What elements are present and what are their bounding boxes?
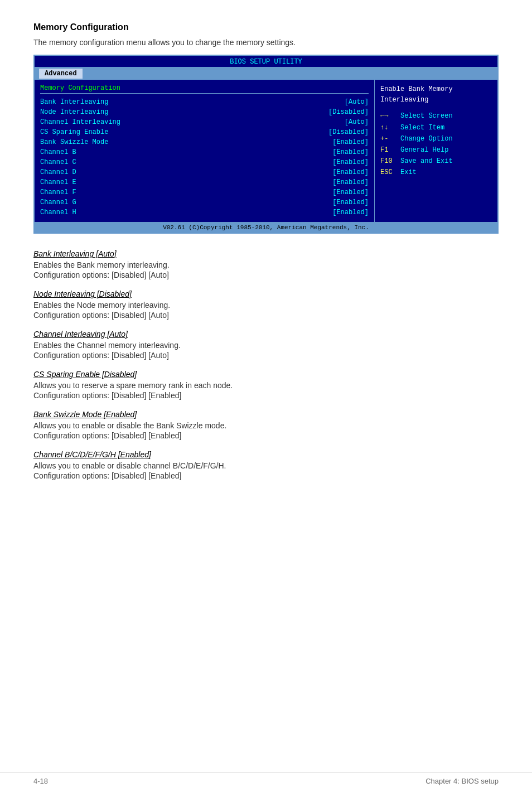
bios-title-text: BIOS SETUP UTILITY [230, 58, 302, 66]
bios-key-legend: ←→Select Screen↑↓Select Item+-Change Opt… [380, 111, 492, 178]
bios-section-header: Memory Configuration [40, 84, 369, 94]
doc-item-desc: Allows you to reserve a spare memory ran… [33, 381, 499, 390]
bios-right-panel: Enable Bank Memory Interleaving ←→Select… [375, 80, 497, 222]
doc-section: Channel B/C/D/E/F/G/H [Enabled]Allows yo… [33, 450, 499, 480]
doc-item-options: Configuration options: [Disabled] [Auto] [33, 351, 499, 360]
bios-row: Channel H[Enabled] [40, 207, 369, 218]
bios-row: CS Sparing Enable[Disabled] [40, 127, 369, 137]
bios-screen: BIOS SETUP UTILITY Advanced Memory Confi… [33, 55, 499, 234]
bios-left-panel: Memory Configuration Bank Interleaving[A… [35, 80, 375, 222]
bios-tab-advanced[interactable]: Advanced [39, 69, 83, 79]
bios-tab-bar: Advanced [35, 67, 497, 80]
doc-item-title: Bank Interleaving [Auto] [33, 249, 499, 258]
bios-footer: V02.61 (C)Copyright 1985-2010, American … [35, 222, 497, 233]
bios-row: Channel C[Enabled] [40, 157, 369, 167]
key-row: F1General Help [380, 145, 492, 156]
doc-item-options: Configuration options: [Disabled] [Auto] [33, 270, 499, 279]
doc-item-options: Configuration options: [Disabled] [Enabl… [33, 391, 499, 400]
doc-section: Node Interleaving [Disabled]Enables the … [33, 289, 499, 320]
bios-row: Channel E[Enabled] [40, 177, 369, 187]
footer-left: 4-18 [33, 777, 48, 785]
doc-section: Bank Swizzle Mode [Enabled]Allows you to… [33, 410, 499, 440]
doc-item-desc: Enables the Bank memory interleaving. [33, 260, 499, 269]
bios-rows-container: Bank Interleaving[Auto]Node Interleaving… [40, 97, 369, 218]
bios-row: Bank Interleaving[Auto] [40, 97, 369, 107]
bios-help-text: Enable Bank Memory Interleaving [380, 84, 492, 105]
doc-item-desc: Allows you to enable or disable channel … [33, 461, 499, 470]
key-row: ↑↓Select Item [380, 123, 492, 133]
bios-row: Channel Interleaving[Auto] [40, 117, 369, 127]
bios-row: Channel B[Enabled] [40, 147, 369, 157]
doc-item-options: Configuration options: [Disabled] [Enabl… [33, 431, 499, 440]
doc-item-options: Configuration options: [Disabled] [Enabl… [33, 471, 499, 480]
doc-item-desc: Enables the Node memory interleaving. [33, 301, 499, 310]
bios-title-bar: BIOS SETUP UTILITY [35, 56, 497, 67]
bios-row: Channel G[Enabled] [40, 197, 369, 207]
intro-text: The memory configuration menu allows you… [33, 38, 499, 47]
bios-body: Memory Configuration Bank Interleaving[A… [35, 80, 497, 222]
doc-item-desc: Allows you to enable or disable the Bank… [33, 421, 499, 430]
bios-row: Node Interleaving[Disabled] [40, 107, 369, 117]
doc-item-title: CS Sparing Enable [Disabled] [33, 370, 499, 379]
footer-right: Chapter 4: BIOS setup [425, 777, 499, 785]
key-row: ESCExit [380, 167, 492, 178]
doc-item-desc: Enables the Channel memory interleaving. [33, 341, 499, 350]
doc-section: Channel Interleaving [Auto]Enables the C… [33, 330, 499, 360]
doc-item-title: Channel B/C/D/E/F/G/H [Enabled] [33, 450, 499, 459]
doc-item-options: Configuration options: [Disabled] [Auto] [33, 311, 499, 320]
bios-row: Channel F[Enabled] [40, 187, 369, 197]
doc-sections: Bank Interleaving [Auto]Enables the Bank… [33, 249, 499, 480]
page-title: Memory Configuration [33, 22, 499, 32]
doc-item-title: Node Interleaving [Disabled] [33, 289, 499, 298]
bios-row: Channel D[Enabled] [40, 167, 369, 177]
key-row: ←→Select Screen [380, 111, 492, 122]
doc-section: Bank Interleaving [Auto]Enables the Bank… [33, 249, 499, 279]
key-row: +-Change Option [380, 134, 492, 144]
doc-section: CS Sparing Enable [Disabled]Allows you t… [33, 370, 499, 400]
bios-row: Bank Swizzle Mode[Enabled] [40, 137, 369, 147]
doc-item-title: Channel Interleaving [Auto] [33, 330, 499, 339]
page-footer: 4-18 Chapter 4: BIOS setup [0, 772, 532, 785]
key-row: F10Save and Exit [380, 156, 492, 167]
doc-item-title: Bank Swizzle Mode [Enabled] [33, 410, 499, 419]
